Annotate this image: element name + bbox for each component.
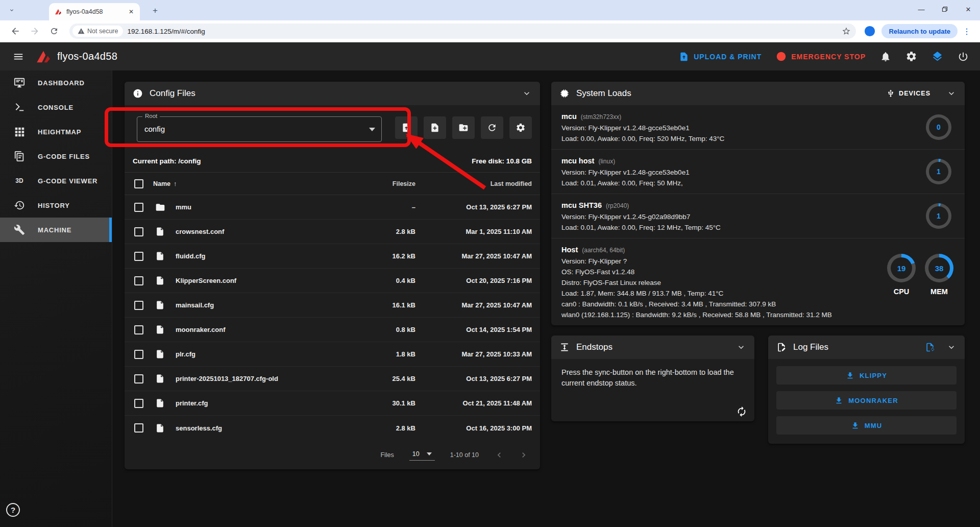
chip-icon [559,88,570,99]
file-settings-button[interactable] [509,116,532,139]
file-modified: Mar 27, 2025 10:47 AM [415,301,540,309]
sidebar-item-heightmap[interactable]: HEIGHTMAP [0,119,112,144]
tab-close-icon[interactable]: ✕ [127,7,136,16]
download-klippy-log-button[interactable]: KLIPPY [776,366,957,385]
emergency-stop-button[interactable]: EMERGENCY STOP [776,51,866,62]
file-row[interactable]: printer.cfg 30.1 kB Oct 21, 2025 11:48 A… [125,391,540,416]
files-per-page-select[interactable]: 10 [409,449,435,461]
add-folder-icon [458,123,469,133]
row-checkbox[interactable] [134,227,143,236]
row-checkbox[interactable] [134,203,143,212]
browser-profile-avatar[interactable] [863,25,876,38]
notifications-button[interactable] [880,51,891,62]
column-name[interactable]: Name↑ [153,180,339,187]
column-last-modified[interactable]: Last modified [415,180,540,187]
file-row[interactable]: fluidd.cfg 16.2 kB Mar 27, 2025 10:47 AM [125,244,540,269]
upload-file-button[interactable] [395,116,418,139]
file-row[interactable]: crowsnest.conf 2.8 kB Mar 1, 2025 11:10 … [125,220,540,244]
help-button[interactable]: ? [6,503,20,517]
browser-menu-icon[interactable]: ⋮ [961,27,973,36]
file-modified: Oct 13, 2025 6:27 PM [415,375,540,382]
sidebar-item-label: G-CODE FILES [38,153,90,160]
download-mmu-log-button[interactable]: MMU [776,416,957,435]
file-row[interactable]: moonraker.conf 0.8 kB Oct 14, 2025 1:54 … [125,318,540,342]
file-icon [153,349,176,359]
mcu-sht36-load-ring: 1 [926,203,951,229]
cpu-gauge-value: 19 [887,254,916,282]
endstops-sync-button[interactable] [736,406,747,417]
file-size: 16.1 kB [339,301,415,309]
back-arrow-icon [10,26,20,36]
file-row[interactable]: KlipperScreen.conf 0.4 kB Oct 20, 2025 7… [125,269,540,293]
pagination-nav [494,450,529,460]
row-checkbox[interactable] [134,399,143,408]
row-checkbox[interactable] [134,325,143,334]
power-button[interactable] [958,51,969,62]
sidebar-item-gcode-viewer[interactable]: 3D G-CODE VIEWER [0,169,112,193]
log-files-header: Log Files [768,336,965,359]
url-text[interactable]: 192.168.1.125/m/#/config [127,28,838,35]
forward-button[interactable] [27,23,43,39]
host-gauges: 19 CPU 38 MEM [887,254,953,296]
settings-button[interactable] [905,51,917,62]
file-row[interactable]: sensorless.cfg 2.8 kB Oct 16, 2025 3:00 … [125,416,540,440]
download-moonraker-log-button[interactable]: MOONRAKER [776,391,957,410]
row-checkbox[interactable] [134,350,143,359]
log-header-actions [925,342,957,352]
address-bar[interactable]: Not secure 192.168.1.125/m/#/config [69,23,856,39]
browser-tab[interactable]: flyos-0a4d58 ✕ [49,3,140,20]
file-row[interactable]: mainsail.cfg 16.1 kB Mar 27, 2025 10:47 … [125,293,540,318]
collapse-chevron-icon[interactable] [522,88,532,99]
select-all-checkbox[interactable] [134,179,143,188]
file-row[interactable]: plr.cfg 1.8 kB Mar 27, 2025 10:33 AM [125,342,540,367]
devices-button[interactable]: DEVICES [887,89,930,98]
file-name: KlipperScreen.conf [176,277,339,284]
sidebar-item-machine[interactable]: MACHINE [0,218,112,242]
file-name: printer.cfg [176,399,339,407]
collapse-chevron-icon[interactable] [946,342,957,352]
refresh-button[interactable] [481,116,503,139]
column-filesize[interactable]: Filesize [339,180,415,187]
file-size: 30.1 kB [339,399,415,407]
window-minimize-button[interactable]: — [910,0,933,18]
refresh-logs-icon[interactable] [925,342,935,352]
collapse-chevron-icon[interactable] [736,342,746,352]
sidebar-item-history[interactable]: HISTORY [0,193,112,218]
menu-hamburger-button[interactable] [8,46,29,67]
host-distro: Distro: FlyOS-Fast Linux release [561,279,863,286]
page-previous-icon[interactable] [494,450,504,460]
site-security-chip[interactable]: Not secure [72,26,123,37]
upload-and-print-button[interactable]: UPLOAD & PRINT [679,52,762,62]
gear-icon [516,123,526,133]
relaunch-to-update-button[interactable]: Relaunch to update [881,24,958,38]
add-file-button[interactable] [424,116,446,139]
sidebar-item-gcode-files[interactable]: G-CODE FILES [0,144,112,169]
add-folder-button[interactable] [452,116,475,139]
devices-label: DEVICES [899,90,930,97]
screen: flyos-0a4d58 ✕ + — ✕ Not secure 192.1 [0,0,980,527]
back-button[interactable] [7,23,23,39]
endstops-icon [559,342,570,352]
new-tab-button[interactable]: + [149,5,161,17]
row-checkbox[interactable] [134,301,143,310]
row-checkbox[interactable] [134,276,143,285]
tab-search-button[interactable] [5,5,18,16]
bookmark-star-icon[interactable] [842,27,851,36]
reload-button[interactable] [46,23,62,39]
window-restore-button[interactable] [933,0,957,18]
page-next-icon[interactable] [519,450,529,460]
root-select[interactable]: Root config [137,116,382,142]
file-row[interactable]: mmu – Oct 13, 2025 6:27 PM [125,195,540,220]
host-load-mem-temp: Load: 1.87, Mem: 344.8 MB / 913.7 MB , T… [561,290,863,297]
file-row[interactable]: printer-20251013_182707.cfg-old 25.4 kB … [125,367,540,391]
collapse-chevron-icon[interactable] [946,88,957,99]
updates-button[interactable] [932,51,943,62]
sidebar-item-dashboard[interactable]: DASHBOARD [0,70,112,95]
host-name: Host [561,246,578,254]
not-secure-warning-icon [78,28,85,35]
row-checkbox[interactable] [134,374,143,384]
sidebar-item-console[interactable]: CONSOLE [0,95,112,119]
row-checkbox[interactable] [134,252,143,261]
row-checkbox[interactable] [134,423,143,433]
window-close-button[interactable]: ✕ [957,0,980,18]
